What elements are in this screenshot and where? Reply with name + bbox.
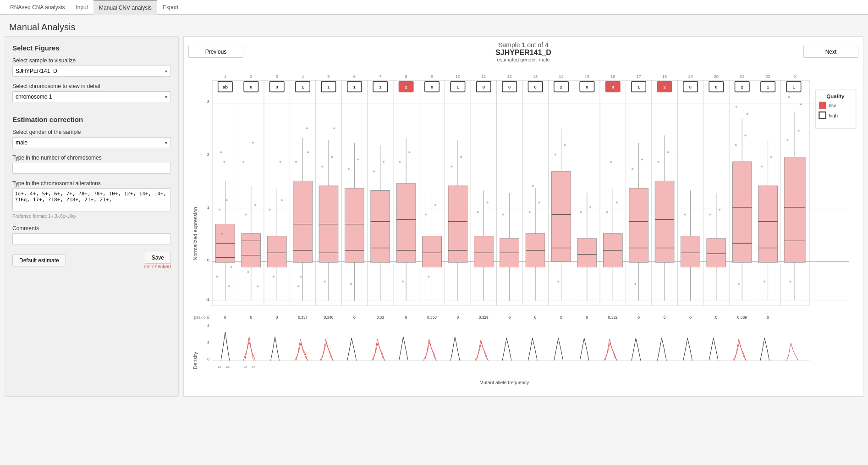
svg-text:Mutant allele frequency: Mutant allele frequency	[479, 380, 529, 385]
svg-point-39	[254, 204, 256, 206]
chromosome-field-group: Select chromosome to view in detail chro…	[12, 83, 171, 102]
svg-rect-263	[758, 186, 778, 262]
svg-point-181	[557, 281, 559, 282]
nav-export[interactable]: Export	[157, 0, 184, 15]
svg-text:2: 2	[207, 152, 209, 157]
svg-text:0.353: 0.353	[427, 315, 437, 320]
svg-point-257	[747, 113, 748, 115]
svg-text:0: 0	[276, 84, 278, 89]
svg-point-55	[279, 161, 281, 163]
svg-point-21	[219, 209, 220, 210]
svg-point-139	[460, 156, 462, 158]
svg-text:0: 0	[715, 315, 718, 320]
svg-point-224	[657, 161, 659, 163]
save-button[interactable]: Save	[145, 252, 171, 264]
svg-text:0.329: 0.329	[479, 315, 489, 320]
next-button[interactable]: Next	[803, 46, 858, 58]
svg-rect-230	[681, 236, 700, 267]
sample-nav: Previous Sample 1 out of 4 SJHYPER141_D …	[188, 41, 858, 62]
comments-input[interactable]: none	[12, 233, 171, 244]
svg-point-234	[684, 214, 686, 216]
chrom-count-label: Type in the number of chromosomes	[12, 155, 171, 161]
svg-text:14: 14	[559, 74, 563, 79]
gender-select[interactable]: male	[12, 137, 171, 148]
svg-text:2: 2	[405, 84, 407, 89]
sample-label: Select sample to visualize	[12, 57, 171, 64]
svg-text:5: 5	[327, 74, 330, 79]
svg-point-168	[538, 202, 540, 204]
nav-manual-cnv[interactable]: Manual CNV analysis	[93, 0, 157, 15]
svg-text:16: 16	[610, 74, 615, 79]
svg-point-28	[220, 151, 222, 153]
svg-point-41	[257, 285, 258, 287]
svg-rect-249	[732, 162, 752, 262]
svg-text:0: 0	[207, 357, 209, 361]
chrom-alterations-input[interactable]: 1q+, 4+, 5+, 6+, 7+, ?8+, ?8+, 10+, 12+,…	[12, 188, 171, 211]
svg-text:Quality: Quality	[826, 94, 844, 99]
svg-point-213	[641, 159, 643, 161]
svg-rect-275	[784, 157, 805, 262]
svg-point-116	[408, 151, 410, 153]
svg-point-225	[667, 151, 669, 153]
svg-rect-207	[629, 188, 648, 262]
svg-point-115	[399, 161, 401, 163]
svg-point-80	[331, 156, 333, 158]
nav-rna-cna[interactable]: RNAseq CNA analysis	[5, 0, 70, 15]
svg-point-67	[297, 285, 299, 287]
svg-text:2: 2	[207, 340, 209, 345]
svg-text:0: 0	[637, 315, 640, 320]
svg-point-40	[247, 271, 249, 273]
svg-text:6: 6	[353, 74, 356, 79]
svg-point-128	[428, 276, 429, 277]
left-panel: Select Figures Select sample to visualiz…	[5, 36, 179, 397]
svg-point-283	[800, 103, 802, 105]
svg-text:1: 1	[456, 84, 459, 89]
svg-point-138	[450, 166, 452, 167]
svg-text:1: 1	[379, 84, 381, 89]
svg-point-25	[216, 276, 218, 277]
status-badge: not checked	[144, 264, 171, 269]
select-figures-title: Select Figures	[12, 44, 171, 52]
estimation-title: Estimation correction	[12, 116, 171, 123]
svg-text:high: high	[829, 113, 838, 118]
svg-point-269	[770, 156, 772, 158]
svg-point-22	[225, 199, 227, 201]
svg-point-38	[245, 214, 247, 216]
sample-select-wrapper: SJHYPER141_D	[12, 66, 171, 77]
previous-button[interactable]: Previous	[188, 46, 243, 58]
sample-select[interactable]: SJHYPER141_D	[12, 66, 171, 77]
svg-text:X: X	[794, 74, 797, 79]
page-title: Manual Analysis	[0, 15, 868, 36]
svg-point-179	[555, 154, 556, 155]
nav-input[interactable]: Input	[70, 0, 93, 15]
svg-text:4: 4	[302, 74, 304, 79]
default-estimate-button[interactable]: Default estimate	[12, 255, 66, 266]
svg-text:15: 15	[585, 74, 589, 79]
gender-label: Select gender of the sample	[12, 129, 171, 135]
svg-rect-219	[655, 181, 674, 263]
svg-text:0: 0	[457, 315, 459, 320]
svg-point-52	[269, 209, 270, 210]
sample-name: SJHYPER141_D	[243, 49, 803, 57]
svg-point-167	[528, 211, 530, 213]
chromosome-select-wrapper: chromosome 1	[12, 91, 171, 102]
svg-text:2: 2	[741, 84, 743, 89]
svg-text:2/3: 2/3	[252, 365, 256, 368]
svg-point-68	[306, 127, 308, 129]
top-navigation: RNAseq CNA analysis Input Manual CNV ana…	[0, 0, 868, 15]
svg-point-127	[434, 204, 436, 206]
svg-point-148	[477, 211, 479, 213]
svg-text:20: 20	[714, 74, 719, 79]
svg-text:3: 3	[207, 99, 209, 104]
svg-text:0: 0	[534, 84, 536, 89]
chrom-count-input[interactable]: 59	[12, 163, 171, 174]
svg-text:-1: -1	[206, 297, 209, 302]
svg-point-258	[736, 106, 737, 108]
svg-point-149	[487, 202, 489, 204]
svg-point-24	[231, 266, 232, 268]
svg-text:7: 7	[379, 74, 381, 79]
svg-point-23	[221, 232, 223, 234]
chromosome-select[interactable]: chromosome 1	[12, 91, 171, 102]
svg-text:0: 0	[353, 315, 356, 320]
main-layout: Select Figures Select sample to visualiz…	[0, 36, 868, 397]
